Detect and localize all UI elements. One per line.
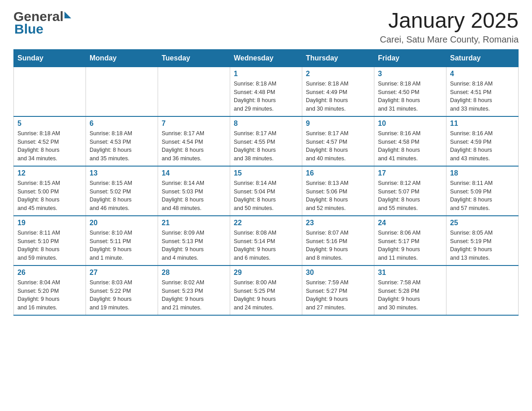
day-info: Sunrise: 8:18 AM Sunset: 4:52 PM Dayligh… <box>17 129 82 163</box>
day-info: Sunrise: 8:05 AM Sunset: 5:19 PM Dayligh… <box>450 229 515 262</box>
day-info: Sunrise: 8:00 AM Sunset: 5:25 PM Dayligh… <box>234 278 298 312</box>
calendar-cell: 22Sunrise: 8:08 AM Sunset: 5:14 PM Dayli… <box>230 216 302 265</box>
logo-blue-text: Blue <box>14 21 43 37</box>
calendar-cell: 12Sunrise: 8:15 AM Sunset: 5:00 PM Dayli… <box>14 166 86 216</box>
logo: General Blue <box>13 9 71 37</box>
day-number: 24 <box>378 219 442 227</box>
calendar-week-row: 5Sunrise: 8:18 AM Sunset: 4:52 PM Daylig… <box>14 116 519 166</box>
calendar-week-row: 1Sunrise: 8:18 AM Sunset: 4:48 PM Daylig… <box>14 67 519 116</box>
day-info: Sunrise: 8:16 AM Sunset: 4:59 PM Dayligh… <box>450 129 515 163</box>
day-number: 9 <box>306 120 370 128</box>
day-info: Sunrise: 8:13 AM Sunset: 5:06 PM Dayligh… <box>306 179 370 213</box>
day-number: 11 <box>450 120 515 128</box>
day-number: 4 <box>450 70 515 78</box>
header-tuesday: Tuesday <box>158 49 230 67</box>
header-sunday: Sunday <box>14 49 86 67</box>
day-number: 5 <box>17 120 82 128</box>
day-info: Sunrise: 8:17 AM Sunset: 4:54 PM Dayligh… <box>162 129 226 163</box>
day-info: Sunrise: 8:17 AM Sunset: 4:57 PM Dayligh… <box>306 129 370 163</box>
day-number: 21 <box>162 219 226 227</box>
title-block: January 2025 Carei, Satu Mare County, Ro… <box>380 9 519 45</box>
calendar-cell: 7Sunrise: 8:17 AM Sunset: 4:54 PM Daylig… <box>158 116 230 166</box>
header-wednesday: Wednesday <box>230 49 302 67</box>
calendar-cell: 16Sunrise: 8:13 AM Sunset: 5:06 PM Dayli… <box>302 166 374 216</box>
calendar-cell: 28Sunrise: 8:02 AM Sunset: 5:23 PM Dayli… <box>158 265 230 315</box>
calendar-cell: 29Sunrise: 8:00 AM Sunset: 5:25 PM Dayli… <box>230 265 302 315</box>
day-number: 27 <box>90 269 154 277</box>
day-number: 18 <box>450 169 515 177</box>
calendar-cell: 1Sunrise: 8:18 AM Sunset: 4:48 PM Daylig… <box>230 67 302 116</box>
calendar-cell: 9Sunrise: 8:17 AM Sunset: 4:57 PM Daylig… <box>302 116 374 166</box>
calendar-week-row: 26Sunrise: 8:04 AM Sunset: 5:20 PM Dayli… <box>14 265 519 315</box>
calendar-cell: 26Sunrise: 8:04 AM Sunset: 5:20 PM Dayli… <box>14 265 86 315</box>
calendar-cell: 24Sunrise: 8:06 AM Sunset: 5:17 PM Dayli… <box>374 216 446 265</box>
day-number: 31 <box>378 269 442 277</box>
calendar-cell: 23Sunrise: 8:07 AM Sunset: 5:16 PM Dayli… <box>302 216 374 265</box>
day-info: Sunrise: 8:11 AM Sunset: 5:09 PM Dayligh… <box>450 179 515 213</box>
calendar-cell <box>158 67 230 116</box>
logo-triangle-icon <box>64 12 71 18</box>
calendar-week-row: 19Sunrise: 8:11 AM Sunset: 5:10 PM Dayli… <box>14 216 519 265</box>
day-info: Sunrise: 8:18 AM Sunset: 4:53 PM Dayligh… <box>90 129 154 163</box>
calendar-cell <box>446 265 519 315</box>
calendar-title: January 2025 <box>380 9 519 33</box>
day-info: Sunrise: 8:18 AM Sunset: 4:48 PM Dayligh… <box>234 80 298 113</box>
day-info: Sunrise: 8:14 AM Sunset: 5:03 PM Dayligh… <box>162 179 226 213</box>
day-info: Sunrise: 8:16 AM Sunset: 4:58 PM Dayligh… <box>378 129 442 163</box>
calendar-cell: 31Sunrise: 7:58 AM Sunset: 5:28 PM Dayli… <box>374 265 446 315</box>
day-number: 15 <box>234 169 298 177</box>
day-number: 10 <box>378 120 442 128</box>
day-info: Sunrise: 8:18 AM Sunset: 4:51 PM Dayligh… <box>450 80 515 113</box>
day-number: 1 <box>234 70 298 78</box>
day-info: Sunrise: 8:10 AM Sunset: 5:11 PM Dayligh… <box>90 229 154 262</box>
day-info: Sunrise: 8:18 AM Sunset: 4:50 PM Dayligh… <box>378 80 442 113</box>
day-number: 2 <box>306 70 370 78</box>
header-saturday: Saturday <box>446 49 519 67</box>
day-info: Sunrise: 7:59 AM Sunset: 5:27 PM Dayligh… <box>306 278 370 312</box>
day-number: 7 <box>162 120 226 128</box>
calendar-week-row: 12Sunrise: 8:15 AM Sunset: 5:00 PM Dayli… <box>14 166 519 216</box>
day-number: 25 <box>450 219 515 227</box>
calendar-table: SundayMondayTuesdayWednesdayThursdayFrid… <box>13 49 519 316</box>
day-number: 22 <box>234 219 298 227</box>
page-header: General Blue January 2025 Carei, Satu Ma… <box>13 9 519 45</box>
calendar-cell: 10Sunrise: 8:16 AM Sunset: 4:58 PM Dayli… <box>374 116 446 166</box>
calendar-cell: 21Sunrise: 8:09 AM Sunset: 5:13 PM Dayli… <box>158 216 230 265</box>
calendar-cell: 20Sunrise: 8:10 AM Sunset: 5:11 PM Dayli… <box>86 216 158 265</box>
day-info: Sunrise: 8:17 AM Sunset: 4:55 PM Dayligh… <box>234 129 298 163</box>
day-number: 30 <box>306 269 370 277</box>
day-info: Sunrise: 8:15 AM Sunset: 5:02 PM Dayligh… <box>90 179 154 213</box>
calendar-cell: 6Sunrise: 8:18 AM Sunset: 4:53 PM Daylig… <box>86 116 158 166</box>
day-number: 12 <box>17 169 82 177</box>
day-number: 28 <box>162 269 226 277</box>
day-info: Sunrise: 8:11 AM Sunset: 5:10 PM Dayligh… <box>17 229 82 262</box>
calendar-cell: 15Sunrise: 8:14 AM Sunset: 5:04 PM Dayli… <box>230 166 302 216</box>
day-number: 26 <box>17 269 82 277</box>
calendar-header-row: SundayMondayTuesdayWednesdayThursdayFrid… <box>14 49 519 67</box>
day-info: Sunrise: 8:07 AM Sunset: 5:16 PM Dayligh… <box>306 229 370 262</box>
day-info: Sunrise: 8:08 AM Sunset: 5:14 PM Dayligh… <box>234 229 298 262</box>
calendar-cell: 13Sunrise: 8:15 AM Sunset: 5:02 PM Dayli… <box>86 166 158 216</box>
calendar-cell <box>14 67 86 116</box>
day-number: 29 <box>234 269 298 277</box>
calendar-cell: 4Sunrise: 8:18 AM Sunset: 4:51 PM Daylig… <box>446 67 519 116</box>
calendar-cell: 8Sunrise: 8:17 AM Sunset: 4:55 PM Daylig… <box>230 116 302 166</box>
calendar-cell: 5Sunrise: 8:18 AM Sunset: 4:52 PM Daylig… <box>14 116 86 166</box>
calendar-cell: 19Sunrise: 8:11 AM Sunset: 5:10 PM Dayli… <box>14 216 86 265</box>
calendar-cell: 17Sunrise: 8:12 AM Sunset: 5:07 PM Dayli… <box>374 166 446 216</box>
header-thursday: Thursday <box>302 49 374 67</box>
day-info: Sunrise: 8:14 AM Sunset: 5:04 PM Dayligh… <box>234 179 298 213</box>
day-info: Sunrise: 8:03 AM Sunset: 5:22 PM Dayligh… <box>90 278 154 312</box>
calendar-cell: 18Sunrise: 8:11 AM Sunset: 5:09 PM Dayli… <box>446 166 519 216</box>
day-number: 8 <box>234 120 298 128</box>
calendar-cell: 14Sunrise: 8:14 AM Sunset: 5:03 PM Dayli… <box>158 166 230 216</box>
day-number: 3 <box>378 70 442 78</box>
day-number: 23 <box>306 219 370 227</box>
calendar-cell: 2Sunrise: 8:18 AM Sunset: 4:49 PM Daylig… <box>302 67 374 116</box>
day-info: Sunrise: 8:18 AM Sunset: 4:49 PM Dayligh… <box>306 80 370 113</box>
header-monday: Monday <box>86 49 158 67</box>
calendar-cell: 11Sunrise: 8:16 AM Sunset: 4:59 PM Dayli… <box>446 116 519 166</box>
day-info: Sunrise: 8:02 AM Sunset: 5:23 PM Dayligh… <box>162 278 226 312</box>
calendar-cell: 30Sunrise: 7:59 AM Sunset: 5:27 PM Dayli… <box>302 265 374 315</box>
calendar-subtitle: Carei, Satu Mare County, Romania <box>380 34 519 45</box>
